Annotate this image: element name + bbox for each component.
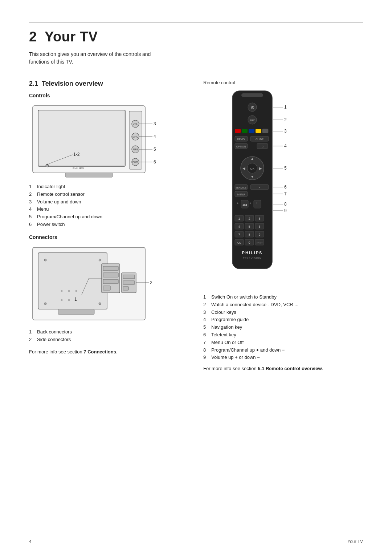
list-item: 7Menu On or Off <box>203 339 363 347</box>
svg-text:◀: ◀ <box>242 166 245 170</box>
page: 2 Your TV This section gives you an over… <box>0 0 392 555</box>
svg-text:7: 7 <box>284 191 287 197</box>
svg-text:PHILIPS: PHILIPS <box>242 251 263 255</box>
svg-text:+: + <box>249 202 251 205</box>
section-title: 2.1 Television overview <box>29 80 189 88</box>
svg-text:OK: OK <box>250 167 254 170</box>
svg-rect-40 <box>123 287 128 290</box>
svg-text:—: — <box>236 208 240 212</box>
svg-text:◀◀: ◀◀ <box>242 203 247 207</box>
svg-text:1: 1 <box>74 297 77 302</box>
svg-point-29 <box>44 303 46 305</box>
svg-text:5: 5 <box>248 225 250 228</box>
svg-text:0: 0 <box>248 241 250 244</box>
svg-text:8: 8 <box>248 233 250 236</box>
svg-rect-59 <box>242 129 248 133</box>
svg-point-28 <box>44 259 46 261</box>
page-footer: 4 Your TV <box>29 536 363 544</box>
svg-text:▲: ▲ <box>250 157 254 161</box>
svg-text:6: 6 <box>154 159 156 165</box>
svg-text:—: — <box>265 200 269 204</box>
tv-svg: VOL MNU PRG PWR ● PHILIPS <box>29 102 163 182</box>
svg-text:9: 9 <box>258 233 260 236</box>
top-rule <box>29 22 363 23</box>
list-item: 5Navigation key <box>203 324 363 331</box>
svg-text:4: 4 <box>154 134 156 139</box>
connectors-more-info: For more info see section 7 Connections. <box>29 349 189 355</box>
list-item: 2Remote control sensor <box>29 191 189 198</box>
svg-text:6: 6 <box>258 225 260 228</box>
list-item: 3Colour keys <box>203 309 363 316</box>
tv-illustration: VOL MNU PRG PWR ● PHILIPS <box>29 102 163 183</box>
svg-text:3: 3 <box>284 129 287 134</box>
svg-text:2: 2 <box>150 280 152 285</box>
svg-rect-27 <box>38 253 107 309</box>
list-item: 3Volume up and down <box>29 198 189 206</box>
list-item: 9Volume up + or down − <box>203 354 363 361</box>
svg-text:SERVICE: SERVICE <box>236 186 247 189</box>
svg-text:P⇔P: P⇔P <box>257 242 262 244</box>
svg-rect-58 <box>235 129 241 133</box>
svg-rect-12 <box>65 173 113 177</box>
list-item: 1Back connectors <box>29 328 189 336</box>
svg-text:4: 4 <box>238 225 240 228</box>
svg-text:GUIDE: GUIDE <box>256 138 264 141</box>
svg-text:▶: ▶ <box>259 166 262 170</box>
svg-text:▼: ▼ <box>250 175 254 179</box>
svg-rect-61 <box>256 129 261 133</box>
svg-rect-33 <box>103 266 118 271</box>
list-item: 6Power switch <box>29 221 189 228</box>
svg-text:●: ● <box>46 163 48 165</box>
svg-text:5: 5 <box>154 147 156 152</box>
svg-point-50 <box>61 299 63 301</box>
svg-text:1-2: 1-2 <box>73 152 80 157</box>
controls-heading: Controls <box>29 93 189 98</box>
intro-text: This section gives you an overview of th… <box>29 50 167 66</box>
svg-text:PWR: PWR <box>132 161 138 163</box>
svg-text:2: 2 <box>248 217 250 220</box>
svg-text:1: 1 <box>238 217 240 220</box>
list-item: 6Teletext key <box>203 331 363 339</box>
remote-more-info: For more info see section 5.1 Remote con… <box>203 366 363 371</box>
list-item: 1Indicator light <box>29 183 189 191</box>
svg-text:VOL: VOL <box>133 123 138 125</box>
svg-text:3: 3 <box>258 217 260 220</box>
list-item: 5Program/Channel up and down <box>29 213 189 221</box>
list-item: 4Programme guide <box>203 316 363 324</box>
connectors-heading: Connectors <box>29 234 189 240</box>
svg-text:MENU: MENU <box>237 193 245 196</box>
svg-text:CC: CC <box>237 242 241 244</box>
svg-point-48 <box>68 290 70 292</box>
svg-text:3: 3 <box>154 121 156 126</box>
svg-rect-53 <box>241 93 263 97</box>
svg-point-47 <box>61 290 63 292</box>
remote-illustration-area: ⏻ SRC DEMO GUIDE <box>203 89 363 286</box>
list-item: 8Program/Channel up + and down − <box>203 347 363 354</box>
svg-text:PRG: PRG <box>132 148 138 151</box>
main-content: 2.1 Television overview Controls V <box>29 80 363 378</box>
svg-text:TELEVISION: TELEVISION <box>243 257 261 259</box>
svg-text:⏻: ⏻ <box>251 106 254 109</box>
right-column: Remote control ⏻ SRC <box>203 80 363 378</box>
svg-text:7: 7 <box>238 233 240 236</box>
list-item: 4Menu <box>29 206 189 213</box>
remote-svg: ⏻ SRC DEMO GUIDE <box>203 89 327 285</box>
left-column: 2.1 Television overview Controls V <box>29 80 189 378</box>
svg-text:≡: ≡ <box>259 186 260 189</box>
svg-text:6: 6 <box>284 185 287 190</box>
svg-rect-36 <box>103 286 110 290</box>
connectors-list: 1Back connectors 2Side connectors <box>29 328 189 344</box>
svg-text:9: 9 <box>284 208 287 213</box>
svg-rect-62 <box>262 129 268 133</box>
svg-rect-60 <box>249 129 254 133</box>
footer-title: Your TV <box>347 539 363 544</box>
connectors-illustration: 1 2 <box>29 244 189 328</box>
svg-text:1: 1 <box>284 105 287 110</box>
svg-text:+: + <box>237 202 238 205</box>
remote-list: 1Switch On or switch to Standby 2Watch a… <box>203 293 363 361</box>
svg-rect-39 <box>123 281 135 284</box>
svg-text:P: P <box>257 202 258 204</box>
list-item: 2Watch a connected device - DVD, VCR ... <box>203 301 363 309</box>
svg-text:5: 5 <box>284 166 287 171</box>
svg-rect-2 <box>39 111 124 165</box>
